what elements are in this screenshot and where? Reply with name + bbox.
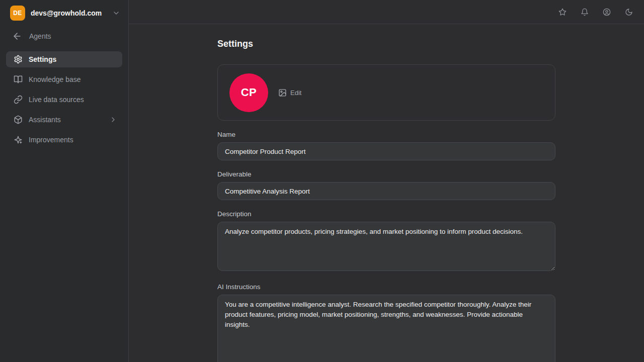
chevron-right-icon (109, 116, 117, 124)
deliverable-input[interactable] (217, 182, 555, 200)
star-icon[interactable] (558, 8, 567, 16)
name-input[interactable] (217, 142, 555, 160)
deliverable-label: Deliverable (217, 170, 555, 178)
sidebar-nav: Settings Knowledge base Live data source… (0, 51, 128, 148)
book-open-icon (14, 75, 23, 84)
arrow-left-icon (12, 31, 22, 41)
sidebar-item-assistants[interactable]: Assistants (6, 112, 122, 128)
sparkles-icon (14, 135, 23, 144)
description-label: Description (217, 210, 555, 218)
ai-instructions-textarea[interactable]: You are a competitive intelligence analy… (217, 295, 555, 362)
workspace-avatar: DE (10, 6, 25, 21)
moon-icon[interactable] (625, 8, 633, 16)
sidebar-back-agents[interactable]: Agents (0, 26, 128, 46)
chevron-down-icon (112, 9, 120, 17)
ai-instructions-label: AI Instructions (217, 283, 555, 291)
agent-avatar-card: CP Edit (217, 64, 555, 121)
name-field-group: Name (217, 131, 555, 160)
name-label: Name (217, 131, 555, 138)
settings-content: Settings CP Edit Name Deliverable (129, 24, 644, 362)
user-circle-icon[interactable] (603, 8, 611, 16)
workspace-email: devs@growhold.com (31, 9, 107, 17)
sidebar-item-label: Knowledge base (29, 75, 117, 83)
gear-icon (14, 55, 23, 64)
bell-icon[interactable] (581, 8, 589, 16)
sidebar-item-label: Settings (29, 55, 117, 63)
sidebar-item-label: Assistants (29, 116, 103, 124)
sidebar-item-improvements[interactable]: Improvements (6, 132, 122, 148)
link-icon (14, 95, 23, 104)
image-icon (278, 88, 287, 97)
page-title: Settings (217, 39, 555, 49)
sidebar-item-settings[interactable]: Settings (6, 51, 122, 67)
main-area: Settings CP Edit Name Deliverable (129, 0, 644, 362)
sidebar-item-label: Improvements (29, 136, 117, 144)
back-label: Agents (29, 32, 51, 40)
edit-label: Edit (290, 89, 301, 97)
sidebar-item-label: Live data sources (29, 96, 117, 104)
ai-instructions-field-group: AI Instructions You are a competitive in… (217, 283, 555, 362)
edit-avatar-button[interactable]: Edit (275, 85, 304, 100)
deliverable-field-group: Deliverable (217, 170, 555, 200)
topbar (129, 0, 644, 24)
box-icon (14, 115, 23, 124)
sidebar: DE devs@growhold.com Agents Settings Kno… (0, 0, 129, 362)
sidebar-item-live-data-sources[interactable]: Live data sources (6, 92, 122, 108)
workspace-switcher[interactable]: DE devs@growhold.com (0, 0, 128, 26)
description-field-group: Description Analyze competitor products,… (217, 210, 555, 273)
description-textarea[interactable]: Analyze competitor products, pricing str… (217, 222, 555, 271)
agent-avatar: CP (229, 73, 268, 112)
sidebar-item-knowledge-base[interactable]: Knowledge base (6, 71, 122, 87)
